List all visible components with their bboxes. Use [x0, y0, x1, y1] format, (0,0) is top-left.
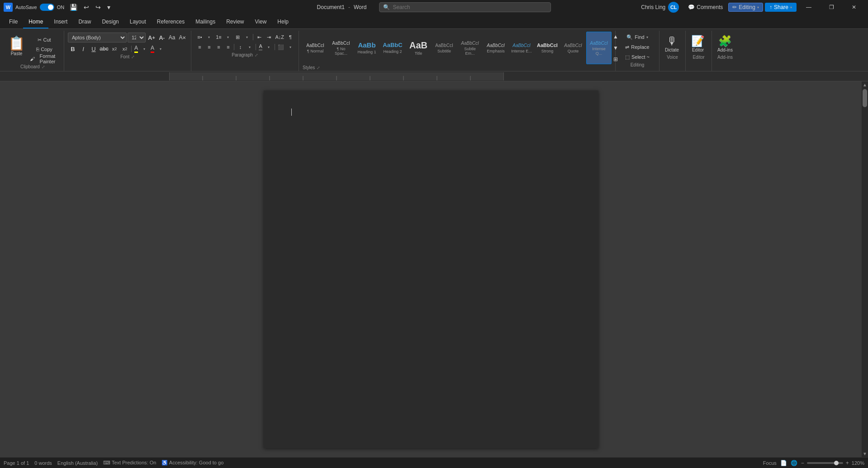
find-button[interactable]: 🔍 Find ▾	[619, 33, 655, 42]
clipboard-expand-button[interactable]: ⤢	[42, 65, 45, 69]
close-button[interactable]: ✕	[844, 0, 864, 14]
style-subtle-em[interactable]: AaBbCcI Subtle Em...	[457, 32, 483, 64]
view-web-layout[interactable]: 🌐	[791, 460, 797, 466]
shading-btn[interactable]: A	[257, 43, 263, 51]
customize-button[interactable]: ▾	[104, 2, 113, 13]
borders-button[interactable]: ⬛	[276, 43, 285, 52]
editing-badge[interactable]: ✏ Editing ▾	[728, 3, 763, 12]
view-print-layout[interactable]: 📄	[780, 460, 787, 466]
show-formatting-button[interactable]: ¶	[286, 33, 295, 42]
strikethrough-button[interactable]: abc	[99, 44, 109, 53]
scroll-thumb[interactable]	[863, 89, 867, 107]
ribbon-tab-insert[interactable]: Insert	[48, 16, 73, 28]
cut-button[interactable]: ✂ Cut	[28, 35, 60, 44]
page-indicator[interactable]: Page 1 of 1	[4, 460, 29, 466]
numbering-dropdown[interactable]: ▾	[223, 33, 232, 42]
style-intense-q[interactable]: AaBbCcI Intense Q...	[586, 32, 612, 64]
accessibility-indicator[interactable]: ♿ Accessibility: Good to go	[161, 460, 223, 466]
language-indicator[interactable]: English (Australia)	[57, 460, 98, 466]
shading-dropdown[interactable]: ▾	[264, 43, 273, 52]
style-emphasis[interactable]: AaBbCcI Emphasis	[483, 32, 508, 64]
style-intense-e[interactable]: AaBbCcI Intense E...	[509, 32, 534, 64]
save-button[interactable]: 💾	[67, 2, 80, 13]
select-button[interactable]: ⬚ Select ~	[619, 52, 655, 61]
align-left-button[interactable]: ≡	[195, 43, 204, 52]
ribbon-tab-home[interactable]: Home	[23, 16, 48, 28]
ribbon-tab-design[interactable]: Design	[96, 16, 124, 28]
zoom-slider[interactable]	[807, 462, 843, 464]
ribbon-tab-mailings[interactable]: Mailings	[190, 16, 221, 28]
italic-button[interactable]: I	[78, 44, 88, 53]
restore-button[interactable]: ❐	[821, 0, 842, 14]
justify-button[interactable]: ≡	[223, 43, 232, 52]
ribbon-tab-draw[interactable]: Draw	[73, 16, 96, 28]
editor-button[interactable]: 📝 Editor	[689, 33, 707, 54]
style-heading1[interactable]: AaBb Heading 1	[354, 32, 379, 64]
superscript-button[interactable]: x2	[120, 44, 130, 53]
style-heading2[interactable]: AaBbC Heading 2	[380, 32, 405, 64]
ribbon-tab-file[interactable]: File	[4, 16, 23, 28]
bold-button[interactable]: B	[68, 44, 78, 53]
style-normal[interactable]: AaBbCcI ¶ Normal	[303, 32, 328, 64]
copy-button[interactable]: ⎘ Copy	[28, 45, 60, 54]
highlight-color-btn[interactable]: A	[133, 44, 139, 53]
focus-button[interactable]: Focus	[763, 460, 777, 466]
numbering-button[interactable]: 1≡	[214, 33, 223, 42]
multilevel-button[interactable]: ⊞	[233, 33, 242, 42]
bullets-button[interactable]: ≡•	[195, 33, 204, 42]
font-name-select[interactable]: Aptos (Body)	[68, 33, 127, 43]
zoom-level[interactable]: 120%	[852, 460, 864, 466]
zoom-in-button[interactable]: +	[846, 460, 849, 466]
paste-button[interactable]: 📋 Paste	[5, 33, 28, 58]
borders-dropdown[interactable]: ▾	[286, 43, 295, 52]
underline-button[interactable]: U	[89, 44, 99, 53]
autosave-toggle[interactable]	[40, 4, 54, 11]
ribbon-tab-references[interactable]: References	[152, 16, 190, 28]
scroll-up-button[interactable]: ▲	[862, 81, 868, 88]
style-no-spacing[interactable]: AaBbCcI ¶ No Spac...	[328, 32, 354, 64]
minimize-button[interactable]: —	[798, 0, 819, 14]
user-avatar[interactable]: CL	[668, 2, 679, 13]
line-spacing-dropdown[interactable]: ▾	[245, 43, 254, 52]
clear-format-button[interactable]: A✕	[177, 33, 187, 42]
multilevel-dropdown[interactable]: ▾	[242, 33, 251, 42]
document-page[interactable]	[264, 90, 598, 448]
share-button[interactable]: ↑ Share ▾	[765, 3, 797, 12]
font-expand-button[interactable]: ⤢	[131, 55, 135, 59]
format-painter-button[interactable]: 🖌 Format Painter	[28, 54, 60, 63]
ribbon-tab-help[interactable]: Help	[272, 16, 294, 28]
redo-button[interactable]: ↪	[93, 2, 104, 13]
style-quote[interactable]: AaBbCcI Quote	[560, 32, 586, 64]
style-subtitle[interactable]: AaBbCcI Subtitle	[432, 32, 457, 64]
decrease-indent-button[interactable]: ⇤	[255, 33, 264, 42]
style-strong[interactable]: AaBbCcI Strong	[535, 32, 560, 64]
highlight-dropdown[interactable]: ▾	[140, 44, 149, 53]
replace-button[interactable]: ⇌ Replace	[619, 43, 655, 52]
scroll-down-button[interactable]: ▼	[862, 450, 868, 457]
font-color-dropdown[interactable]: ▾	[156, 44, 165, 53]
undo-button[interactable]: ↩	[81, 2, 92, 13]
paragraph-expand-button[interactable]: ⤢	[255, 53, 258, 57]
text-predictions-indicator[interactable]: ⌨ Text Predictions: On	[103, 460, 156, 466]
comments-button[interactable]: 💬 Comments	[684, 3, 726, 12]
ribbon-tab-view[interactable]: View	[250, 16, 272, 28]
bullets-dropdown[interactable]: ▾	[204, 33, 213, 42]
word-count[interactable]: 0 words	[34, 460, 52, 466]
font-grow-button[interactable]: A+	[147, 33, 157, 42]
style-title[interactable]: AaB Title	[406, 32, 431, 64]
align-center-button[interactable]: ≡	[204, 43, 213, 52]
font-size-select[interactable]: 12	[128, 33, 146, 43]
increase-indent-button[interactable]: ⇥	[264, 33, 273, 42]
change-case-button[interactable]: Aa	[167, 33, 177, 42]
word-icon[interactable]: W	[4, 3, 13, 12]
addins-button[interactable]: 🧩 Add-ins	[716, 33, 735, 54]
search-input[interactable]	[393, 4, 528, 10]
sort-button[interactable]: A↓Z	[274, 33, 285, 42]
vertical-scrollbar[interactable]: ▲ ▼	[862, 81, 868, 457]
ribbon-tab-layout[interactable]: Layout	[124, 16, 152, 28]
styles-expand-button[interactable]: ⤢	[317, 66, 320, 70]
line-spacing-button[interactable]: ↕	[236, 43, 245, 52]
zoom-out-button[interactable]: −	[801, 460, 804, 466]
font-color-btn[interactable]: A	[149, 44, 156, 53]
ribbon-tab-review[interactable]: Review	[221, 16, 249, 28]
